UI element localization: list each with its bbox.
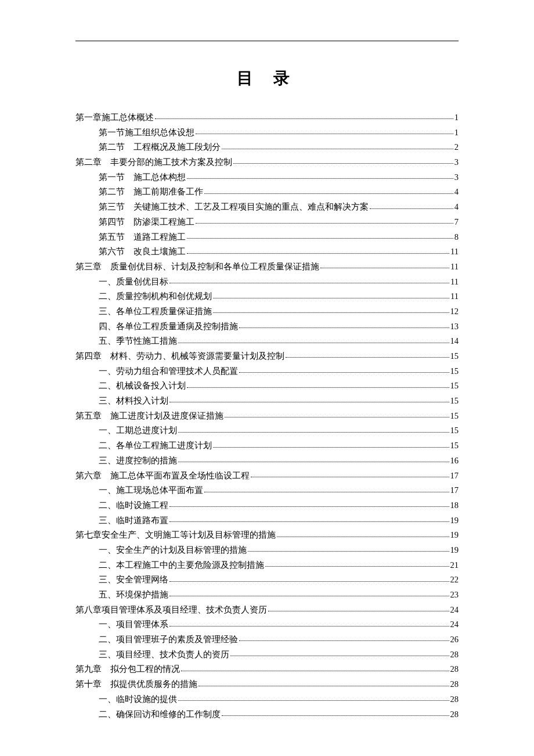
toc-entry-label: 三、各单位工程质量保证措施 bbox=[99, 307, 212, 316]
toc-entry[interactable]: 第三节 关键施工技术、工艺及工程项目实施的重点、难点和解决方案4 bbox=[75, 202, 459, 212]
toc-entry[interactable]: 二、质量控制机构和创优规划11 bbox=[75, 291, 459, 301]
toc-entry-page: 15 bbox=[450, 381, 459, 391]
toc-entry-page: 19 bbox=[450, 516, 459, 525]
toc-entry-label: 三、临时道路布置 bbox=[99, 516, 168, 525]
toc-entry[interactable]: 第四节 防渗渠工程施工7 bbox=[75, 217, 459, 227]
toc-entry[interactable]: 第六章 施工总体平面布置及全场性临设工程17 bbox=[75, 471, 459, 481]
toc-leader-dots bbox=[268, 611, 449, 611]
table-of-contents: 第一章施工总体概述1第一节施工组织总体设想1第二节 工程概况及施工段划分2第二章… bbox=[75, 113, 459, 719]
toc-entry-label: 一、工期总进度计划 bbox=[99, 426, 177, 435]
toc-entry[interactable]: 一、劳动力组合和管理技术人员配置15 bbox=[75, 366, 459, 376]
toc-leader-dots bbox=[265, 566, 449, 567]
toc-entry-label: 二、本工程施工中的主要危险源及控制措施 bbox=[99, 560, 264, 570]
toc-entry-label: 第三节 关键施工技术、工艺及工程项目实施的重点、难点和解决方案 bbox=[99, 202, 369, 212]
toc-entry-label: 四、各单位工程质量通病及控制措施 bbox=[99, 322, 238, 332]
toc-entry[interactable]: 第八章项目管理体系及项目经理、技术负责人资历24 bbox=[75, 605, 459, 615]
toc-entry-label: 第十章 拟提供优质服务的措施 bbox=[75, 679, 197, 689]
toc-entry[interactable]: 第二节 工程概况及施工段划分2 bbox=[75, 142, 459, 152]
toc-entry-label: 三、材料投入计划 bbox=[99, 396, 168, 406]
toc-entry[interactable]: 一、工期总进度计划15 bbox=[75, 426, 459, 435]
toc-entry[interactable]: 一、质量创优目标11 bbox=[75, 277, 459, 287]
toc-entry-label: 第八章项目管理体系及项目经理、技术负责人资历 bbox=[75, 605, 267, 615]
toc-entry[interactable]: 第一节施工组织总体设想1 bbox=[75, 128, 459, 138]
toc-entry[interactable]: 第二节 施工前期准备工作4 bbox=[75, 187, 459, 197]
toc-entry[interactable]: 一、施工现场总体平面布置17 bbox=[75, 485, 459, 495]
toc-leader-dots bbox=[204, 193, 453, 194]
toc-entry[interactable]: 第九章 拟分包工程的情况28 bbox=[75, 664, 459, 674]
toc-entry[interactable]: 一、项目管理体系24 bbox=[75, 620, 459, 629]
toc-leader-dots bbox=[222, 715, 449, 716]
toc-entry-label: 五、环境保护措施 bbox=[99, 590, 168, 600]
toc-leader-dots bbox=[169, 506, 449, 507]
toc-entry-page: 12 bbox=[450, 307, 459, 316]
toc-entry-label: 二、机械设备投入计划 bbox=[99, 381, 186, 391]
toc-entry-page: 2 bbox=[454, 142, 459, 152]
toc-entry-page: 28 bbox=[450, 694, 459, 704]
toc-entry[interactable]: 一、临时设施的提供28 bbox=[75, 694, 459, 704]
toc-entry[interactable]: 五、季节性施工措施14 bbox=[75, 336, 459, 346]
toc-entry[interactable]: 一、安全生产的计划及目标管理的措施19 bbox=[75, 545, 459, 555]
toc-entry-page: 19 bbox=[450, 530, 459, 540]
toc-leader-dots bbox=[169, 626, 449, 627]
toc-entry-page: 13 bbox=[450, 322, 459, 332]
toc-entry-page: 7 bbox=[454, 217, 459, 227]
toc-entry[interactable]: 第十章 拟提供优质服务的措施28 bbox=[75, 679, 459, 689]
toc-entry-page: 28 bbox=[450, 650, 459, 660]
toc-entry-page: 15 bbox=[450, 396, 459, 406]
toc-entry[interactable]: 第七章安全生产、文明施工等计划及目标管理的措施19 bbox=[75, 530, 459, 540]
toc-entry-page: 3 bbox=[454, 157, 459, 167]
toc-entry-label: 第一节 施工总体构想 bbox=[99, 172, 186, 182]
toc-entry[interactable]: 三、进度控制的措施16 bbox=[75, 456, 459, 466]
toc-entry-label: 三、安全管理网络 bbox=[99, 575, 168, 585]
toc-entry[interactable]: 二、机械设备投入计划15 bbox=[75, 381, 459, 391]
toc-entry-label: 五、季节性施工措施 bbox=[99, 336, 177, 346]
toc-entry[interactable]: 五、环境保护措施23 bbox=[75, 590, 459, 600]
toc-entry[interactable]: 三、临时道路布置19 bbox=[75, 516, 459, 525]
toc-entry-page: 18 bbox=[450, 501, 459, 510]
toc-entry-label: 二、项目管理班子的素质及管理经验 bbox=[99, 635, 238, 645]
toc-entry[interactable]: 二、各单位工程施工进度计划15 bbox=[75, 441, 459, 451]
toc-entry[interactable]: 四、各单位工程质量通病及控制措施13 bbox=[75, 322, 459, 332]
toc-entry[interactable]: 二、确保回访和维修的工作制度28 bbox=[75, 710, 459, 719]
toc-leader-dots bbox=[169, 283, 449, 283]
toc-entry-page: 28 bbox=[450, 710, 459, 719]
toc-entry[interactable]: 第二章 丰要分部的施工技术方案及控制3 bbox=[75, 157, 459, 167]
toc-entry[interactable]: 二、项目管理班子的素质及管理经验26 bbox=[75, 635, 459, 645]
toc-entry[interactable]: 二、本工程施工中的主要危险源及控制措施21 bbox=[75, 560, 459, 570]
toc-entry[interactable]: 第五章 施工进度计划及进度保证措施15 bbox=[75, 411, 459, 421]
toc-leader-dots bbox=[196, 223, 453, 224]
toc-entry[interactable]: 第四章 材料、劳动力、机械等资源需要量计划及控制15 bbox=[75, 351, 459, 361]
toc-entry[interactable]: 第六节 改良土壤施工11 bbox=[75, 247, 459, 257]
toc-leader-dots bbox=[169, 596, 449, 596]
toc-entry[interactable]: 第一节 施工总体构想3 bbox=[75, 172, 459, 182]
toc-entry-label: 第二章 丰要分部的施工技术方案及控制 bbox=[75, 157, 232, 167]
toc-entry-page: 11 bbox=[450, 277, 459, 287]
toc-entry[interactable]: 二、临时设施工程18 bbox=[75, 501, 459, 510]
toc-leader-dots bbox=[178, 343, 449, 343]
toc-entry-label: 第三章 质量创优目标、计划及控制和各单位工程质量保证措施 bbox=[75, 262, 319, 272]
toc-leader-dots bbox=[204, 492, 449, 492]
toc-entry[interactable]: 第一章施工总体概述1 bbox=[75, 113, 459, 123]
toc-entry[interactable]: 第三章 质量创优目标、计划及控制和各单位工程质量保证措施11 bbox=[75, 262, 459, 272]
toc-entry[interactable]: 三、材料投入计划15 bbox=[75, 396, 459, 406]
toc-entry-page: 8 bbox=[454, 232, 459, 242]
toc-entry-page: 11 bbox=[450, 291, 459, 301]
toc-entry-label: 第一章施工总体概述 bbox=[75, 113, 154, 123]
toc-entry-label: 第五节 道路工程施工 bbox=[99, 232, 186, 242]
toc-entry-label: 第七章安全生产、文明施工等计划及目标管理的措施 bbox=[75, 530, 276, 540]
toc-entry-page: 14 bbox=[450, 336, 459, 346]
toc-entry[interactable]: 三、安全管理网络22 bbox=[75, 575, 459, 585]
toc-entry-page: 16 bbox=[450, 456, 459, 466]
toc-entry[interactable]: 三、项目经理、技术负责人的资历28 bbox=[75, 650, 459, 660]
toc-leader-dots bbox=[239, 327, 449, 328]
toc-entry[interactable]: 三、各单位工程质量保证措施12 bbox=[75, 307, 459, 316]
toc-entry-page: 4 bbox=[454, 187, 459, 197]
toc-entry-label: 一、劳动力组合和管理技术人员配置 bbox=[99, 366, 238, 376]
toc-entry[interactable]: 第五节 道路工程施工8 bbox=[75, 232, 459, 242]
toc-entry-label: 第六节 改良土壤施工 bbox=[99, 247, 186, 257]
toc-entry-page: 15 bbox=[450, 366, 459, 376]
toc-entry-page: 15 bbox=[450, 351, 459, 361]
toc-entry-label: 第二节 施工前期准备工作 bbox=[99, 187, 203, 197]
toc-entry-label: 一、项目管理体系 bbox=[99, 620, 168, 629]
toc-entry-label: 二、确保回访和维修的工作制度 bbox=[99, 710, 221, 719]
